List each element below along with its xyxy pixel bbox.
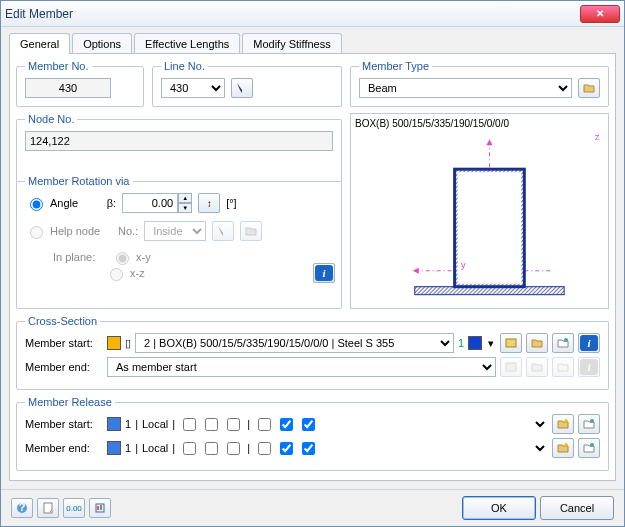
- dialog-footer: ? 0.00 OK Cancel: [1, 489, 624, 526]
- rel-end-local: Local: [142, 442, 168, 454]
- info-icon: i: [580, 359, 598, 375]
- rel-start-select[interactable]: [322, 414, 548, 434]
- legend-release: Member Release: [25, 396, 115, 408]
- cs-start-folder-button[interactable]: [526, 333, 548, 353]
- tab-effective-lengths[interactable]: Effective Lengths: [134, 33, 240, 54]
- legend-member-no: Member No.: [25, 60, 92, 72]
- rel-end-new-button[interactable]: [552, 438, 574, 458]
- help-node-radio[interactable]: Help node: [25, 223, 100, 239]
- cs-start-label: Member start:: [25, 337, 103, 349]
- tab-modify-stiffness[interactable]: Modify Stiffness: [242, 33, 341, 54]
- rel-start-edit-button[interactable]: [578, 414, 600, 434]
- info-icon: i: [580, 335, 598, 351]
- plane-xy-radio: x-y: [111, 249, 151, 265]
- rel-start-new-button[interactable]: [552, 414, 574, 434]
- cross-section-preview: BOX(B) 500/15/5/335/190/15/0/0/0 z y: [350, 113, 609, 309]
- rel-start-swatch: [107, 417, 121, 431]
- tab-strip: General Options Effective Lengths Modify…: [1, 27, 624, 54]
- svg-rect-6: [506, 339, 516, 347]
- notes-button[interactable]: [37, 498, 59, 518]
- cs-end-library-button: [500, 357, 522, 377]
- pick-help-node-button: [212, 221, 234, 241]
- member-type-select[interactable]: Beam: [359, 78, 572, 98]
- help-button[interactable]: ?: [11, 498, 33, 518]
- group-member-type: Member Type Beam: [350, 60, 609, 107]
- rotation-info-button[interactable]: i: [313, 263, 335, 283]
- ok-button[interactable]: OK: [462, 496, 536, 520]
- svg-rect-4: [458, 172, 522, 284]
- legend-node-no: Node No.: [25, 113, 77, 125]
- rel-end-checks-b: [254, 439, 318, 458]
- cs-start-shape-icon: ▯: [125, 337, 131, 350]
- rel-end-edit-button[interactable]: [578, 438, 600, 458]
- node-no-input[interactable]: [25, 131, 333, 151]
- member-type-folder-button[interactable]: [578, 78, 600, 98]
- legend-rotation: Member Rotation via: [25, 175, 133, 187]
- cs-start-select[interactable]: 2 | BOX(B) 500/15/5/335/190/15/0/0/0 | S…: [135, 333, 454, 353]
- cs-start-library-button[interactable]: [500, 333, 522, 353]
- axis-y-label: y: [461, 260, 466, 270]
- svg-rect-8: [506, 363, 516, 371]
- legend-cross-section: Cross-Section: [25, 315, 100, 327]
- plane-xz-radio: x-z: [105, 265, 145, 281]
- legend-member-type: Member Type: [359, 60, 432, 72]
- cs-start-sw-num: 1: [458, 337, 464, 349]
- svg-text:?: ?: [19, 502, 26, 513]
- cs-end-label: Member end:: [25, 361, 103, 373]
- beta-step-button[interactable]: ↕: [198, 193, 220, 213]
- cs-start-info-button[interactable]: i: [578, 333, 600, 353]
- rel-start-num: 1: [125, 418, 131, 430]
- cs-end-select[interactable]: As member start: [107, 357, 496, 377]
- titlebar: Edit Member ✕: [1, 1, 624, 27]
- svg-point-9: [590, 419, 594, 423]
- line-no-select[interactable]: 430: [161, 78, 225, 98]
- cs-end-edit-button: [552, 357, 574, 377]
- beta-spin-up[interactable]: ▲: [178, 193, 192, 203]
- axis-z-label: z: [595, 132, 600, 142]
- window-title: Edit Member: [5, 7, 580, 21]
- help-node-folder-button: [240, 221, 262, 241]
- rel-start-checks-b: [254, 415, 318, 434]
- group-cross-section: Cross-Section Member start: ▯ 2 | BOX(B)…: [16, 315, 609, 390]
- tab-panel-general: Member No. Line No. 430 Member Type Beam: [9, 53, 616, 481]
- beta-input[interactable]: [122, 193, 178, 213]
- member-no-input[interactable]: [25, 78, 111, 98]
- svg-rect-5: [415, 287, 564, 295]
- cs-start-edit-button[interactable]: [552, 333, 574, 353]
- dropdown-icon[interactable]: ▾: [486, 337, 496, 350]
- rel-start-label: Member start:: [25, 418, 103, 430]
- info-icon: i: [315, 265, 333, 281]
- group-member-rotation: Member Rotation via Angle β: ▲▼ ↕ [°] He…: [16, 175, 342, 309]
- angle-radio[interactable]: Angle: [25, 195, 78, 211]
- rel-start-checks-a: [179, 415, 243, 434]
- svg-point-10: [590, 443, 594, 447]
- tab-options[interactable]: Options: [72, 33, 132, 54]
- svg-rect-16: [100, 505, 102, 510]
- close-button[interactable]: ✕: [580, 5, 620, 23]
- rel-end-select[interactable]: [322, 438, 548, 458]
- help-no-label: No.:: [106, 225, 138, 237]
- beta-label: β:: [84, 197, 116, 209]
- cs-start-color-swatch: [107, 336, 121, 350]
- group-member-release: Member Release Member start: 1 |Local| |…: [16, 396, 609, 471]
- legend-line-no: Line No.: [161, 60, 208, 72]
- beta-spin-down[interactable]: ▼: [178, 203, 192, 213]
- preview-caption: BOX(B) 500/15/5/335/190/15/0/0/0: [355, 118, 604, 129]
- cancel-button[interactable]: Cancel: [540, 496, 614, 520]
- pick-line-button[interactable]: [231, 78, 253, 98]
- rel-end-num: 1: [125, 442, 131, 454]
- tab-general[interactable]: General: [9, 33, 70, 54]
- cs-start-material-swatch: [468, 336, 482, 350]
- beta-unit: [°]: [226, 197, 237, 209]
- units-button[interactable]: 0.00: [63, 498, 85, 518]
- section-drawing: [355, 129, 604, 299]
- in-plane-label: In plane:: [53, 251, 105, 263]
- cs-end-info-button: i: [578, 357, 600, 377]
- group-member-no: Member No.: [16, 60, 144, 107]
- edit-member-dialog: Edit Member ✕ General Options Effective …: [0, 0, 625, 527]
- cs-end-folder-button: [526, 357, 548, 377]
- report-button[interactable]: [89, 498, 111, 518]
- help-node-select: Inside: [144, 221, 206, 241]
- svg-rect-15: [97, 506, 99, 510]
- rel-end-swatch: [107, 441, 121, 455]
